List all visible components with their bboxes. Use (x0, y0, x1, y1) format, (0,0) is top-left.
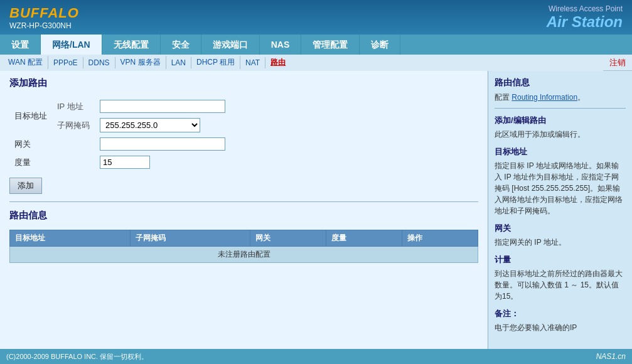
airstation-area: Wireless Access Point Air Station (547, 4, 623, 31)
destination-label: 目标地址 (9, 97, 52, 135)
logout-button[interactable]: 注销 (609, 58, 626, 67)
col-metric: 度量 (326, 230, 402, 247)
content-wrapper: 添加路由 目标地址 IP 地址 子网掩码 255.255.255.0 255.2… (0, 71, 632, 349)
route-info-section-title: 路由信息 (9, 210, 478, 223)
col-subnet: 子网掩码 (130, 230, 250, 247)
sidebar-add-edit-text: 此区域用于添加或编辑行。 (495, 129, 626, 140)
sidebar-metric-title: 计量 (495, 254, 626, 265)
sidebar-divider-1 (495, 108, 626, 109)
tab-admin[interactable]: 管理配置 (301, 35, 360, 55)
sidebar-note-text: 电于您必要输入准确的IP (495, 322, 626, 333)
sidebar-route-info-title: 路由信息 (495, 77, 626, 88)
subnet-sublabel: 子网掩码 (52, 115, 95, 135)
subtab-ddns[interactable]: DDNS (83, 57, 115, 68)
metric-input[interactable] (100, 156, 150, 169)
tab-settings[interactable]: 设置 (0, 35, 41, 55)
sidebar-gateway-text: 指定网关的 IP 地址。 (495, 237, 626, 248)
buffalo-logo: BUFFALO (9, 5, 79, 21)
logo-area: BUFFALO WZR-HP-G300NH (9, 5, 79, 30)
airstation-label: Air Station (547, 13, 623, 31)
subtab-nat[interactable]: NAT (240, 57, 265, 68)
subtab-pppoe[interactable]: PPPoE (48, 57, 83, 68)
add-button[interactable]: 添加 (9, 178, 42, 194)
divider (9, 201, 478, 202)
tab-security[interactable]: 安全 (161, 35, 201, 55)
sidebar-route-info-text: 配置 Routing Information。 (495, 92, 626, 103)
gateway-label: 网关 (9, 135, 52, 153)
subtab-route[interactable]: 路由 (265, 56, 291, 69)
ip-sublabel: IP 地址 (52, 97, 95, 115)
col-gateway: 网关 (250, 230, 326, 247)
sidebar-dest-title: 目标地址 (495, 146, 626, 158)
gateway-input[interactable] (100, 137, 225, 151)
table-row-empty: 未注册路由配置 (10, 247, 478, 263)
col-dest: 目标地址 (10, 230, 131, 247)
wireless-ap-label: Wireless Access Point (547, 4, 623, 13)
model-name: WZR-HP-G300NH (9, 21, 79, 30)
right-sidebar: 路由信息 配置 Routing Information。 添加/编辑路由 此区域… (488, 71, 632, 349)
main-content: 添加路由 目标地址 IP 地址 子网掩码 255.255.255.0 255.2… (0, 71, 488, 349)
footer: (C)2000-2009 BUFFALO INC. 保留一切权利。 NAS1.c… (0, 349, 632, 364)
tab-wireless[interactable]: 无线配置 (102, 35, 161, 55)
routing-info-link[interactable]: Routing Information (511, 93, 577, 102)
sidebar-add-edit-title: 添加/编辑路由 (495, 115, 626, 126)
subtab-vpn[interactable]: VPN 服务器 (115, 56, 166, 69)
subtab-wan[interactable]: WAN 配置 (3, 56, 48, 69)
subtab-lan[interactable]: LAN (166, 57, 191, 68)
tab-nas[interactable]: NAS (260, 35, 302, 55)
col-action: 操作 (402, 230, 478, 247)
route-table: 目标地址 子网掩码 网关 度量 操作 未注册路由配置 (9, 230, 478, 263)
footer-logo: NAS1.cn (596, 352, 626, 361)
sidebar-metric-text: 到达目标地址之前所经过的路由器最大数量。可以输入数值 1 ～ 15。默认值为15… (495, 268, 626, 302)
subtab-dhcp[interactable]: DHCP 租用 (191, 56, 240, 69)
logout-bar: 注销 (603, 56, 632, 70)
empty-message: 未注册路由配置 (10, 247, 478, 263)
footer-copyright: (C)2000-2009 BUFFALO INC. 保留一切权利。 (6, 352, 148, 361)
sidebar-note-title: 备注： (495, 308, 626, 319)
tab-network-lan[interactable]: 网络/LAN (41, 35, 102, 55)
metric-label: 度量 (9, 153, 52, 171)
sub-tabs: WAN 配置 PPPoE DDNS VPN 服务器 LAN DHCP 租用 NA… (0, 55, 603, 71)
ip-input[interactable] (100, 100, 225, 113)
subnet-select[interactable]: 255.255.255.0 255.255.0.0 255.0.0.0 0.0.… (100, 118, 200, 132)
add-route-form: 目标地址 IP 地址 子网掩码 255.255.255.0 255.255.0.… (9, 97, 230, 171)
add-route-title: 添加路由 (9, 77, 478, 91)
tab-diag[interactable]: 诊断 (360, 35, 400, 55)
sidebar-gateway-title: 网关 (495, 223, 626, 234)
header: BUFFALO WZR-HP-G300NH Wireless Access Po… (0, 0, 632, 35)
nav-tabs: 设置 网络/LAN 无线配置 安全 游戏端口 NAS 管理配置 诊断 (0, 35, 632, 55)
tab-games[interactable]: 游戏端口 (201, 35, 260, 55)
sidebar-dest-text: 指定目标 IP 地址或网络地址。如果输入 IP 地址作为目标地址，应指定子网掩码… (495, 160, 626, 217)
